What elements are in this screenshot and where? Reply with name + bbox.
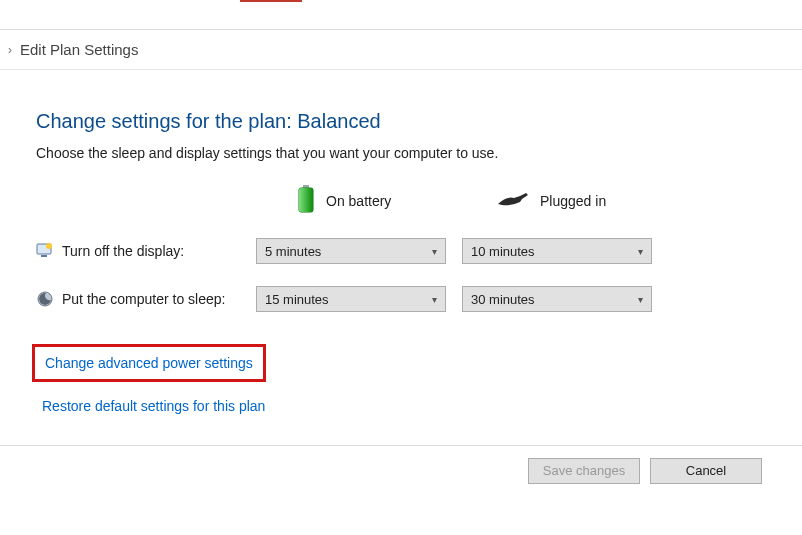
- cancel-button[interactable]: Cancel: [650, 458, 762, 484]
- select-display-battery[interactable]: 5 minutes ▾: [256, 238, 446, 264]
- row-label-display: Turn off the display:: [36, 242, 256, 260]
- row-turn-off-display: Turn off the display: 5 minutes ▾ 10 min…: [36, 238, 802, 264]
- select-display-battery-value: 5 minutes: [265, 244, 321, 259]
- svg-rect-2: [299, 188, 313, 212]
- svg-point-5: [46, 243, 52, 249]
- save-button-label: Save changes: [543, 463, 625, 478]
- header-on-battery: On battery: [296, 185, 496, 216]
- battery-icon: [296, 185, 316, 216]
- chevron-right-icon: ›: [8, 43, 12, 57]
- chevron-down-icon: ▾: [638, 294, 643, 305]
- select-display-plugged-value: 10 minutes: [471, 244, 535, 259]
- top-strip: [0, 0, 802, 30]
- breadcrumb-label: Edit Plan Settings: [20, 41, 138, 58]
- header-plugged-in-label: Plugged in: [540, 193, 606, 209]
- breadcrumb[interactable]: › Edit Plan Settings: [0, 30, 802, 70]
- column-headers: On battery Plugged in: [36, 185, 802, 216]
- header-plugged-in: Plugged in: [496, 185, 696, 216]
- row-sleep: Put the computer to sleep: 15 minutes ▾ …: [36, 286, 802, 312]
- page-title: Change settings for the plan: Balanced: [36, 110, 802, 133]
- row-label-sleep: Put the computer to sleep:: [36, 290, 256, 308]
- select-sleep-battery[interactable]: 15 minutes ▾: [256, 286, 446, 312]
- monitor-icon: [36, 242, 54, 260]
- select-sleep-plugged-value: 30 minutes: [471, 292, 535, 307]
- header-on-battery-label: On battery: [326, 193, 391, 209]
- chevron-down-icon: ▾: [638, 246, 643, 257]
- highlight-box: Change advanced power settings: [32, 344, 266, 382]
- select-sleep-battery-value: 15 minutes: [265, 292, 329, 307]
- tab-accent: [240, 0, 302, 2]
- cancel-button-label: Cancel: [686, 463, 726, 478]
- moon-icon: [36, 290, 54, 308]
- save-button: Save changes: [528, 458, 640, 484]
- select-display-plugged[interactable]: 10 minutes ▾: [462, 238, 652, 264]
- spacer: [36, 185, 296, 216]
- link-restore-defaults[interactable]: Restore default settings for this plan: [42, 398, 265, 414]
- svg-rect-4: [41, 255, 47, 257]
- select-sleep-plugged[interactable]: 30 minutes ▾: [462, 286, 652, 312]
- link-advanced-power-settings[interactable]: Change advanced power settings: [45, 355, 253, 371]
- chevron-down-icon: ▾: [432, 246, 437, 257]
- page-description: Choose the sleep and display settings th…: [36, 145, 802, 161]
- content: Change settings for the plan: Balanced C…: [0, 70, 802, 414]
- row-label-sleep-text: Put the computer to sleep:: [62, 291, 225, 307]
- row-label-display-text: Turn off the display:: [62, 243, 184, 259]
- chevron-down-icon: ▾: [432, 294, 437, 305]
- footer: Save changes Cancel: [0, 445, 802, 495]
- plug-icon: [496, 190, 530, 211]
